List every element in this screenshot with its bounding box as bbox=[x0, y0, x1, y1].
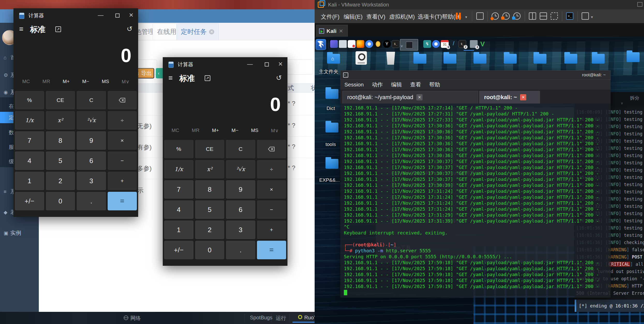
calc-key-clear-entry[interactable]: CE bbox=[46, 91, 76, 110]
desktop-folder-icon[interactable] bbox=[534, 54, 546, 64]
calc-key-9[interactable]: 9 bbox=[76, 131, 106, 150]
keep-on-top-icon[interactable]: ↗ bbox=[55, 26, 61, 32]
calc-key-decimal[interactable]: . bbox=[226, 240, 256, 260]
memory-MC[interactable]: MC bbox=[172, 128, 179, 136]
calc-key-equals[interactable]: = bbox=[257, 240, 287, 260]
calc-key-backspace[interactable] bbox=[107, 91, 137, 110]
calc-key-2[interactable]: 2 bbox=[46, 171, 76, 190]
memory-M∨[interactable]: M∨ bbox=[122, 79, 129, 87]
calc-key-subtract[interactable]: − bbox=[107, 151, 137, 170]
qterminal-task-icon[interactable]: $_2 bbox=[458, 40, 466, 48]
window-preview-thumbnail[interactable] bbox=[400, 39, 418, 50]
menu-icon[interactable]: ≡ bbox=[19, 25, 23, 33]
desktop-folder-icon[interactable] bbox=[627, 52, 640, 62]
calc-key-equals[interactable]: = bbox=[107, 192, 137, 211]
chromium-icon[interactable] bbox=[365, 40, 373, 48]
history-icon[interactable]: ↺ bbox=[276, 74, 282, 82]
pooh-app-icon[interactable] bbox=[374, 40, 382, 48]
suspend-vm-icon[interactable] bbox=[456, 13, 462, 19]
calc-key-reciprocal[interactable]: 1/x bbox=[164, 160, 194, 179]
desktop-folder-icon[interactable] bbox=[592, 54, 605, 64]
console-view-icon[interactable]: >_ bbox=[566, 12, 573, 20]
desktop-folder-icon[interactable] bbox=[504, 54, 517, 64]
exp-folder-icon[interactable] bbox=[325, 159, 338, 169]
chevron-down-icon[interactable]: ▾ bbox=[465, 15, 467, 19]
calc-key-percent[interactable]: % bbox=[14, 91, 45, 110]
show-library-icon[interactable] bbox=[529, 12, 536, 20]
menu-icon[interactable]: ≡ bbox=[168, 74, 173, 82]
memory-M−[interactable]: M− bbox=[232, 128, 239, 136]
calc-key-square[interactable]: x² bbox=[195, 160, 225, 179]
memory-MS[interactable]: MS bbox=[102, 79, 109, 87]
memory-M−[interactable]: M− bbox=[82, 79, 89, 87]
calc-key-divide[interactable]: ÷ bbox=[257, 160, 287, 179]
home-folder-icon[interactable]: ⌂ bbox=[327, 54, 340, 64]
send-ctrl-alt-del-icon[interactable] bbox=[476, 12, 484, 20]
calc-key-divide[interactable]: ÷ bbox=[107, 111, 137, 130]
calculator-titlebar[interactable]: 计算器 — ✕ bbox=[163, 57, 287, 72]
menu-session[interactable]: Session bbox=[344, 82, 364, 87]
menu-file[interactable]: 文件(F) bbox=[321, 13, 339, 21]
vim-icon[interactable]: V bbox=[479, 40, 486, 48]
calc-key-9[interactable]: 9 bbox=[226, 180, 256, 199]
calc-key-add[interactable]: + bbox=[107, 171, 137, 190]
calc-key-7[interactable]: 7 bbox=[14, 131, 45, 150]
memory-M+[interactable]: M+ bbox=[212, 128, 219, 136]
close-icon[interactable]: ✕ bbox=[339, 28, 343, 34]
maximize-button[interactable] bbox=[115, 13, 120, 18]
revert-snapshot-icon[interactable] bbox=[502, 12, 510, 20]
close-icon[interactable]: ✕ bbox=[209, 29, 214, 34]
calc-key-negate[interactable]: +/− bbox=[14, 192, 45, 211]
close-button[interactable]: ✕ bbox=[277, 60, 284, 68]
memory-MR[interactable]: MR bbox=[192, 128, 199, 136]
burpsuite-icon[interactable]: Y bbox=[383, 40, 391, 48]
maximize-button[interactable] bbox=[265, 62, 269, 67]
calc-key-subtract[interactable]: − bbox=[257, 200, 287, 219]
snapshot-manager-icon[interactable] bbox=[513, 12, 521, 20]
file-manager-task-icon[interactable]: 3 bbox=[470, 40, 478, 48]
calc-key-clear-entry[interactable]: CE bbox=[195, 139, 225, 159]
calendar-icon[interactable]: 31 3 bbox=[441, 40, 449, 48]
menu-actions[interactable]: 动作 bbox=[372, 82, 383, 87]
vmware-titlebar[interactable]: Kali - VMware Workstation bbox=[315, 0, 644, 9]
terminal-launcher-icon[interactable]: $_ bbox=[392, 40, 399, 48]
memory-MS[interactable]: MS bbox=[251, 128, 258, 136]
memory-MC[interactable]: MC bbox=[22, 79, 30, 87]
calc-key-clear[interactable]: C bbox=[226, 139, 256, 159]
terminal-tab-yaml-payload[interactable]: root@kali: ~/yaml-payload ✕ bbox=[342, 91, 478, 104]
desktop-folder-icon[interactable] bbox=[413, 54, 426, 64]
calc-key-percent[interactable]: % bbox=[164, 139, 194, 159]
app-launcher-icon[interactable] bbox=[330, 40, 338, 48]
calc-key-8[interactable]: 8 bbox=[195, 180, 225, 199]
menu-tabs[interactable]: 选项卡(T) bbox=[418, 13, 442, 21]
desktop-label-exp[interactable]: EXP&&... bbox=[319, 177, 340, 183]
tools-folder-icon[interactable] bbox=[325, 123, 338, 132]
terminal-output[interactable]: 192.168.91.1 - - [17/Nov/2025 17:27:14] … bbox=[340, 104, 611, 298]
fit-guest-icon[interactable] bbox=[582, 12, 589, 20]
calc-key-4[interactable]: 4 bbox=[14, 151, 45, 170]
vm-tab-kali[interactable]: Kali ✕ bbox=[316, 25, 348, 37]
fullscreen-icon[interactable] bbox=[551, 12, 558, 20]
desktop-folder-icon[interactable] bbox=[473, 54, 486, 64]
calc-key-1[interactable]: 1 bbox=[14, 171, 45, 190]
desktop-folder-icon[interactable] bbox=[564, 54, 577, 64]
calc-key-5[interactable]: 5 bbox=[46, 151, 76, 170]
calc-key-sqrt[interactable]: ²√x bbox=[76, 111, 106, 130]
calc-key-0[interactable]: 0 bbox=[195, 240, 225, 260]
kali-menu-button[interactable] bbox=[316, 39, 326, 50]
calc-key-multiply[interactable]: × bbox=[257, 180, 287, 199]
show-thumbnail-bar-icon[interactable] bbox=[540, 12, 547, 20]
calc-key-backspace[interactable] bbox=[257, 139, 287, 159]
dict-folder-icon[interactable] bbox=[325, 89, 338, 99]
calc-key-reciprocal[interactable]: 1/x bbox=[14, 111, 45, 130]
tab-scheduled-tasks[interactable]: 定时任务 ✕ bbox=[176, 23, 219, 40]
calc-key-1[interactable]: 1 bbox=[164, 220, 194, 239]
desktop-folder-icon[interactable] bbox=[443, 54, 456, 64]
keep-on-top-icon[interactable]: ↗ bbox=[205, 75, 210, 81]
ide-tool-spotbugs[interactable]: SpotBugs bbox=[250, 315, 272, 321]
calc-key-7[interactable]: 7 bbox=[164, 180, 194, 199]
history-icon[interactable]: ↺ bbox=[127, 25, 132, 33]
calc-key-square[interactable]: x² bbox=[46, 111, 76, 130]
calc-key-sqrt[interactable]: ²√x bbox=[226, 160, 256, 179]
ide-tool-run[interactable]: 运行 bbox=[276, 315, 286, 322]
